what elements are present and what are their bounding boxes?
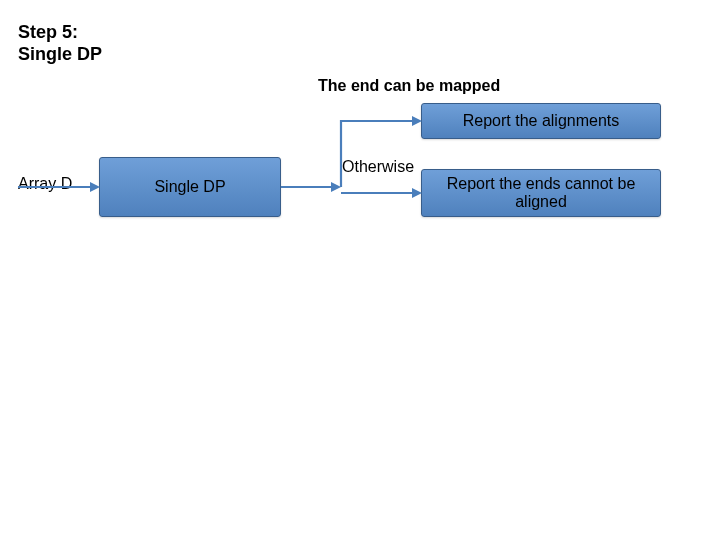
arrow-branch-to-cannot	[338, 186, 424, 200]
title-line-2: Single DP	[18, 44, 102, 64]
arrow-single-dp-out	[281, 180, 341, 194]
slide-title: Step 5: Single DP	[18, 22, 102, 65]
title-line-1: Step 5:	[18, 22, 78, 42]
label-otherwise: Otherwise	[342, 158, 414, 176]
arrow-branch-to-alignments	[338, 112, 424, 192]
box-single-dp-label: Single DP	[154, 178, 225, 196]
label-end-can-be-mapped: The end can be mapped	[318, 77, 500, 95]
box-report-alignments-label: Report the alignments	[463, 112, 620, 130]
diagram-canvas: Step 5: Single DP Array D The end can be…	[0, 0, 720, 540]
svg-marker-3	[331, 182, 341, 192]
box-report-cannot: Report the ends cannot be aligned	[421, 169, 661, 217]
box-report-alignments: Report the alignments	[421, 103, 661, 139]
label-array-d: Array D	[18, 175, 72, 193]
box-single-dp: Single DP	[99, 157, 281, 217]
box-report-cannot-label: Report the ends cannot be aligned	[430, 175, 652, 211]
